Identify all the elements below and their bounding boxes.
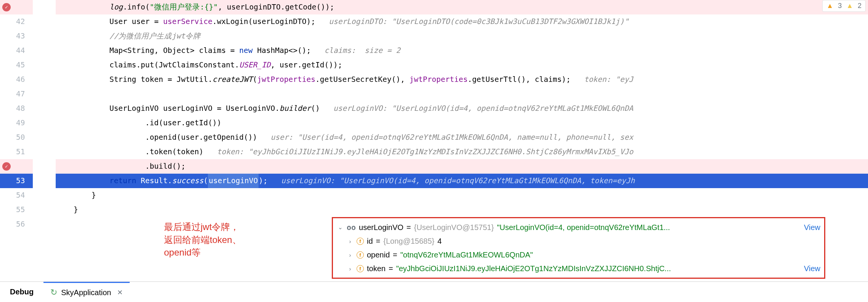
breakpoint-icon[interactable] (2, 162, 11, 171)
field-name: token (367, 264, 386, 273)
line-number: 55 (16, 203, 33, 217)
debug-variable-popup[interactable]: ⌄ oo userLoginVO = {UserLoginVO@15751} "… (332, 217, 825, 279)
popup-field-row[interactable]: › f token = "eyJhbGciOiJIUzI1NiJ9.eyJleH… (337, 262, 820, 275)
code-line[interactable]: return Result.success(userLoginVO); user… (56, 174, 868, 188)
inspection-badge[interactable]: ▲ 3 ▲ 2 (822, 0, 866, 12)
code-line[interactable]: UserLoginVO userLoginVO = UserLoginVO.bu… (56, 101, 868, 116)
breakpoint-icon[interactable] (2, 3, 11, 11)
line-number: 42 (16, 14, 33, 29)
field-icon: f (357, 238, 364, 245)
bottom-tabs: Debug ↻ SkyApplication ✕ (0, 281, 868, 302)
field-icon: f (357, 251, 364, 259)
code-line[interactable]: } (56, 188, 868, 203)
line-number: 53 (16, 174, 33, 188)
annotation-callout: 最后通过jwt令牌， 返回给前端token、 openid等 (164, 221, 241, 259)
restart-icon: ↻ (50, 288, 57, 297)
code-line[interactable]: .openid(user.getOpenid()) user: "User(id… (56, 130, 868, 145)
line-number: 54 (16, 188, 33, 203)
field-value: "eyJhbGciOiJIUzI1NiJ9.eyJleHAiOjE2OTg1Nz… (396, 264, 671, 273)
warning-count: 3 (838, 2, 842, 10)
chevron-down-icon[interactable]: ⌄ (337, 224, 344, 231)
field-type: {Long@15685} (383, 237, 434, 246)
line-number: 45 (16, 58, 33, 72)
code-line[interactable]: claims.put(JwtClaimsConstant.USER_ID, us… (56, 58, 868, 72)
chevron-right-icon[interactable]: › (347, 238, 354, 244)
field-name: openid (367, 251, 390, 259)
popup-field-row[interactable]: › f openid = "otnqV62reYtMLaGt1MkEOWL6Qn… (337, 248, 820, 262)
field-name: id (367, 237, 373, 246)
line-number: 56 (16, 217, 33, 232)
code-line[interactable] (56, 87, 868, 101)
weak-warning-icon: ▲ (846, 2, 853, 10)
line-number (16, 0, 33, 14)
code-line[interactable]: } (56, 203, 868, 217)
app-run-tab[interactable]: ↻ SkyApplication ✕ (43, 282, 130, 302)
line-number: 48 (16, 101, 33, 116)
code-line[interactable]: .token(token) token: "eyJhbGciOiJIUzI1Ni… (56, 145, 868, 159)
popup-field-row[interactable]: › f id = {Long@15685} 4 (337, 234, 820, 248)
app-tab-label: SkyApplication (61, 288, 111, 297)
field-value: 4 (437, 237, 442, 246)
variable-type: {UserLoginVO@15751} (414, 223, 494, 232)
gutter-icons (0, 0, 16, 274)
line-number: 44 (16, 43, 33, 58)
chevron-right-icon[interactable]: › (347, 265, 354, 272)
weak-warning-count: 2 (858, 2, 862, 10)
warning-icon: ▲ (826, 2, 833, 10)
line-numbers: 4243444546474849505153545556 (16, 0, 40, 274)
code-line[interactable]: .build(); (56, 159, 868, 174)
variable-value: "UserLoginVO(id=4, openid=otnqV62reYtMLa… (497, 223, 670, 232)
code-line[interactable]: Map<String, Object> claims = new HashMap… (56, 43, 868, 58)
popup-header-row[interactable]: ⌄ oo userLoginVO = {UserLoginVO@15751} "… (337, 221, 820, 234)
variable-name: userLoginVO (359, 223, 403, 232)
code-line[interactable]: log.info("微信用户登录:{}", userLoginDTO.getCo… (56, 0, 868, 14)
chevron-right-icon[interactable]: › (347, 252, 354, 258)
line-number: 43 (16, 29, 33, 43)
code-line[interactable]: String token = JwtUtil.createJWT(jwtProp… (56, 72, 868, 87)
debug-tab[interactable]: Debug (0, 282, 43, 302)
code-line[interactable]: .id(user.getId()) (56, 116, 868, 130)
line-number (16, 159, 33, 174)
fold-column[interactable] (40, 0, 56, 274)
field-icon: f (357, 265, 364, 272)
line-number: 49 (16, 116, 33, 130)
view-link[interactable]: View (804, 264, 820, 273)
code-line[interactable]: User user = userService.wxLogin(userLogi… (56, 14, 868, 29)
close-icon[interactable]: ✕ (117, 288, 123, 297)
view-link[interactable]: View (804, 223, 820, 232)
code-line[interactable]: //为微信用户生成jwt令牌 (56, 29, 868, 43)
object-icon: oo (347, 223, 356, 232)
line-number: 46 (16, 72, 33, 87)
line-number: 51 (16, 145, 33, 159)
line-number: 50 (16, 130, 33, 145)
line-number: 47 (16, 87, 33, 101)
field-value: "otnqV62reYtMLaGt1MkEOWL6QnDA" (400, 251, 533, 259)
